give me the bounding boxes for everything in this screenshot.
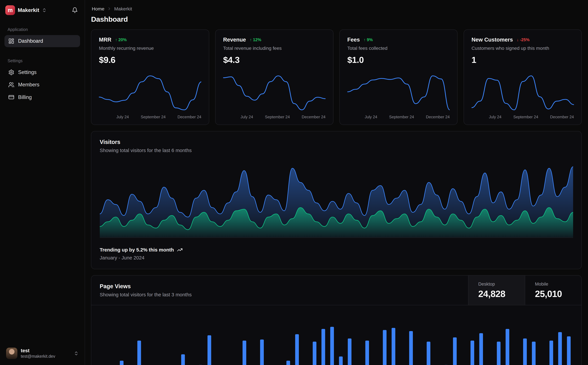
user-menu[interactable]: test test@makerkit.dev [5, 345, 80, 361]
sidebar-nav: Application Dashboard Settings Settings … [5, 16, 80, 104]
stat-value: $4.3 [223, 55, 325, 65]
trend-up-icon: ↑ [115, 37, 117, 42]
stat-title: New Customers [471, 36, 513, 43]
sidebar-item-label: Dashboard [18, 38, 43, 44]
visitors-card: Visitors Showing total visitors for the … [91, 131, 582, 269]
x-tick-label: December 24 [302, 115, 325, 119]
bell-icon [72, 7, 78, 13]
users-icon [8, 82, 14, 88]
user-avatar [6, 348, 18, 359]
nav-section-application: Application [8, 27, 77, 32]
sidebar-header: m Makerkit [5, 5, 80, 16]
nav-section-settings: Settings [8, 58, 77, 63]
page-views-bar-chart [100, 310, 573, 365]
stat-title: Fees [347, 36, 360, 43]
stat-value: 1 [471, 55, 574, 65]
breadcrumb: Home Makerkit [92, 6, 581, 12]
gear-icon [8, 69, 14, 76]
app-root: m Makerkit Application Dashboard Setting… [0, 0, 588, 365]
mrr-sparkline-chart [99, 74, 201, 112]
x-tick-label: July 24 [489, 115, 501, 119]
page-views-card: Page Views Showing total visitors for th… [91, 275, 582, 365]
x-tick-label: December 24 [426, 115, 450, 119]
x-tick-label: September 24 [141, 115, 166, 119]
x-tick-label: September 24 [389, 115, 414, 119]
dashboard-icon [8, 38, 14, 44]
trend-badge: ↑12% [250, 37, 261, 42]
x-axis-ticks: July 24 September 24 December 24 [471, 115, 574, 119]
sidebar-item-settings[interactable]: Settings [5, 66, 80, 78]
stat-title: MRR [99, 36, 111, 43]
sidebar-item-label: Billing [18, 94, 32, 100]
visitors-trend-text: Trending up by 5.2% this month [100, 247, 174, 253]
stat-description: Customers who signed up this month [471, 45, 574, 51]
notifications-button[interactable] [70, 6, 79, 15]
main-content: Home Makerkit Dashboard MRR ↑20% Monthly… [85, 0, 588, 365]
fees-sparkline-chart [347, 74, 450, 112]
visitors-area-chart [100, 162, 573, 238]
x-tick-label: September 24 [265, 115, 290, 119]
credit-card-icon [8, 94, 14, 100]
stat-title: Revenue [223, 36, 246, 43]
user-email: test@makerkit.dev [21, 354, 55, 359]
stat-card-mrr: MRR ↑20% Monthly recurring revenue $9.6 … [91, 29, 209, 125]
page-views-title: Page Views [100, 283, 460, 289]
mobile-label: Mobile [535, 281, 572, 287]
visitors-trend: Trending up by 5.2% this month [100, 247, 573, 253]
x-tick-label: December 24 [550, 115, 574, 119]
stat-description: Monthly recurring revenue [99, 45, 201, 51]
stat-description: Total revenue including fees [223, 45, 325, 51]
chevrons-up-down-icon [42, 8, 47, 13]
sidebar-item-label: Members [18, 82, 39, 88]
sidebar-item-dashboard[interactable]: Dashboard [5, 35, 80, 47]
stat-value: $1.0 [347, 55, 450, 65]
visitors-period: January - June 2024 [100, 255, 573, 261]
page-views-toggles: Desktop 24,828 Mobile 25,010 [468, 275, 581, 305]
page-title: Dashboard [91, 15, 582, 23]
chevrons-up-down-icon [74, 351, 79, 356]
sidebar-item-members[interactable]: Members [5, 79, 80, 91]
breadcrumb-home-link[interactable]: Home [92, 6, 104, 12]
x-axis-ticks: July 24 September 24 December 24 [347, 115, 450, 119]
x-tick-label: September 24 [513, 115, 538, 119]
trend-badge: ↑20% [115, 37, 127, 42]
trend-up-icon: ↑ [364, 37, 366, 42]
sidebar: m Makerkit Application Dashboard Setting… [0, 0, 85, 365]
sidebar-item-billing[interactable]: Billing [5, 91, 80, 103]
chevron-right-icon [107, 7, 111, 11]
x-tick-label: December 24 [178, 115, 201, 119]
stat-value: $9.6 [99, 55, 201, 65]
stat-card-fees: Fees ↑9% Total fees collected $1.0 July … [339, 29, 457, 125]
page-views-subtitle: Showing total visitors for the last 3 mo… [100, 292, 460, 297]
desktop-value: 24,828 [478, 288, 515, 299]
sidebar-item-label: Settings [18, 69, 36, 75]
page-views-header: Page Views Showing total visitors for th… [91, 275, 581, 305]
visitors-title: Visitors [100, 139, 573, 145]
trend-badge: ↓-25% [517, 37, 530, 42]
mobile-value: 25,010 [535, 288, 572, 299]
trend-up-icon: ↑ [250, 37, 252, 42]
workspace-switcher[interactable] [42, 8, 47, 13]
new-customers-sparkline-chart [471, 74, 574, 112]
trend-badge: ↑9% [364, 37, 373, 42]
desktop-toggle[interactable]: Desktop 24,828 [468, 275, 525, 305]
revenue-sparkline-chart [223, 74, 325, 112]
trend-down-icon: ↓ [517, 37, 519, 42]
visitors-subtitle: Showing total visitors for the last 6 mo… [100, 147, 573, 153]
desktop-label: Desktop [478, 281, 515, 287]
stat-description: Total fees collected [347, 45, 450, 51]
mobile-toggle[interactable]: Mobile 25,010 [525, 275, 581, 305]
user-name: test [21, 348, 55, 354]
stat-cards-row: MRR ↑20% Monthly recurring revenue $9.6 … [91, 29, 582, 125]
x-axis-ticks: July 24 September 24 December 24 [99, 115, 201, 119]
stat-card-new-customers: New Customers ↓-25% Customers who signed… [463, 29, 582, 125]
x-tick-label: July 24 [241, 115, 253, 119]
breadcrumb-current: Makerkit [114, 6, 132, 12]
x-tick-label: July 24 [365, 115, 377, 119]
makerkit-logo: m [5, 5, 15, 15]
trending-up-icon [177, 247, 183, 253]
logo-letter: m [8, 7, 13, 14]
x-axis-ticks: July 24 September 24 December 24 [223, 115, 325, 119]
x-tick-label: July 24 [116, 115, 129, 119]
workspace-name: Makerkit [18, 7, 39, 13]
